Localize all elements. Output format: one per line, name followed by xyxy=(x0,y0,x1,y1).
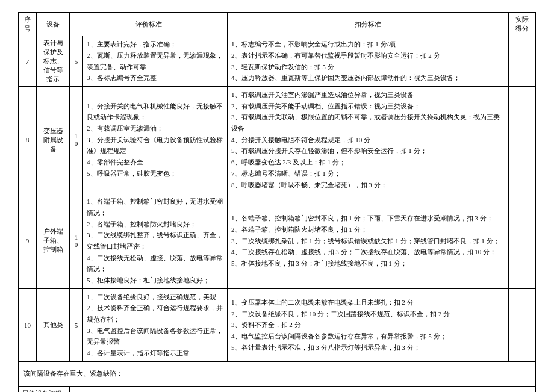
cell-device: 变压器附属设备 xyxy=(37,87,70,193)
cell-criteria: 1、二次设备绝缘良好，接线正确规范，美观 2、技术资料齐全正确，符合运行规程要求… xyxy=(83,288,228,361)
evaluation-table: 序号 设备 评价标准 扣分标准 实际得分 7表计与保护及标志、信号等指示51、主… xyxy=(18,12,536,392)
cell-score xyxy=(509,87,536,193)
header-criteria: 评价标准 xyxy=(70,13,228,36)
header-index: 序号 xyxy=(19,13,37,36)
header-device: 设备 xyxy=(37,13,70,36)
cell-index: 10 xyxy=(19,288,37,361)
cell-index: 9 xyxy=(19,193,37,289)
defect-row: 该间隔设备存在重大、紧急缺陷： xyxy=(19,361,536,386)
defect-cell: 该间隔设备存在重大、紧急缺陷： xyxy=(19,361,536,386)
cell-criteria: 1、分接开关的电气和机械性能良好，无接触不良或动作卡涩现象； 2、有载调压室无渗… xyxy=(83,87,228,193)
cell-device: 户外端子箱、控制箱 xyxy=(37,193,70,289)
cell-deduct: 1、有载调压开关油室内渗漏严重造成油位异常，视为三类设备 2、有载调压开关不能手… xyxy=(228,87,509,193)
cell-index: 8 xyxy=(19,87,37,193)
cell-deduct: 1、标志编号不全，不影响安全运行或出力的：扣 1 分/项 2、表计指示不准确，有… xyxy=(228,36,509,87)
final-score-row: 最终设备评级得分 xyxy=(19,386,536,392)
cell-criteria: 1、各端子箱、控制箱门密封良好，无进水受潮情况； 2、各端子箱、控制箱防火封堵良… xyxy=(83,193,228,289)
header-score: 实际得分 xyxy=(509,13,536,36)
cell-points: 5 xyxy=(70,36,83,87)
table-row: 9户外端子箱、控制箱101、各端子箱、控制箱门密封良好，无进水受潮情况； 2、各… xyxy=(19,193,536,289)
header-row: 序号 设备 评价标准 扣分标准 实际得分 xyxy=(19,13,536,36)
cell-index: 7 xyxy=(19,36,37,87)
final-score-label: 最终设备评级得分 xyxy=(19,386,70,392)
table-row: 7表计与保护及标志、信号等指示51、主要表计完好，指示准确； 2、瓦斯、压力释放… xyxy=(19,36,536,87)
header-deduct: 扣分标准 xyxy=(228,13,509,36)
cell-points: 5 xyxy=(70,288,83,361)
cell-device: 其他类 xyxy=(37,288,70,361)
cell-deduct: 1、变压器本体上的二次电缆未放在电缆架上且未绑扎：扣 2 分 2、二次设备绝缘不… xyxy=(228,288,509,361)
table-row: 8变压器附属设备101、分接开关的电气和机械性能良好，无接触不良或动作卡涩现象；… xyxy=(19,87,536,193)
cell-score xyxy=(509,36,536,87)
cell-deduct: 1、各端子箱、控制箱箱门密封不良，扣 1 分；下雨、下雪天存在进水受潮情况，扣 … xyxy=(228,193,509,289)
cell-score xyxy=(509,288,536,361)
cell-device: 表计与保护及标志、信号等指示 xyxy=(37,36,70,87)
cell-score xyxy=(509,193,536,289)
cell-criteria: 1、主要表计完好，指示准确； 2、瓦斯、压力释放装置无异常，无渗漏现象，装置完备… xyxy=(83,36,228,87)
table-body: 7表计与保护及标志、信号等指示51、主要表计完好，指示准确； 2、瓦斯、压力释放… xyxy=(19,36,536,393)
cell-points: 10 xyxy=(70,193,83,289)
table-row: 10其他类51、二次设备绝缘良好，接线正确规范，美观 2、技术资料齐全正确，符合… xyxy=(19,288,536,361)
cell-points: 10 xyxy=(70,87,83,193)
final-score-value xyxy=(70,386,536,392)
